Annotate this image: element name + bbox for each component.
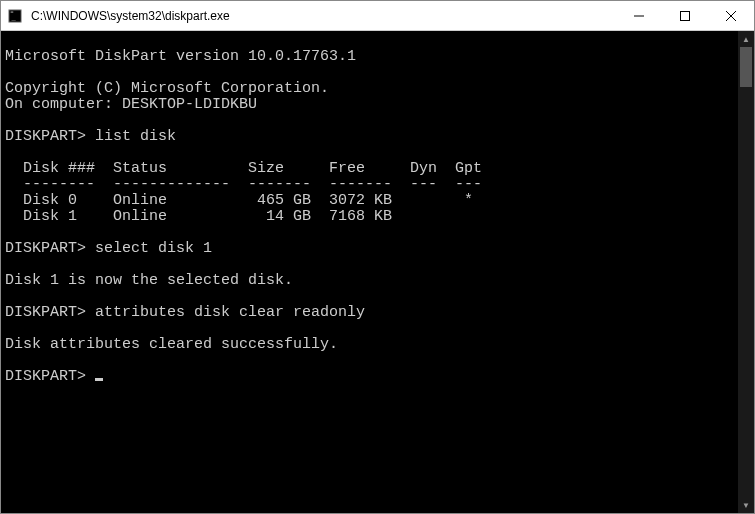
output-line: On computer: DESKTOP-LDIDKBU xyxy=(5,96,257,113)
table-divider: -------- ------------- ------- ------- -… xyxy=(5,176,482,193)
prompt: DISKPART> xyxy=(5,128,86,145)
titlebar[interactable]: _ C:\WINDOWS\system32\diskpart.exe xyxy=(1,1,754,31)
maximize-button[interactable] xyxy=(662,1,708,30)
command: select disk 1 xyxy=(95,240,212,257)
output-line: Disk attributes cleared successfully. xyxy=(5,336,338,353)
prompt: DISKPART> xyxy=(5,304,86,321)
table-header: Disk ### Status Size Free Dyn Gpt xyxy=(5,160,482,177)
terminal-output[interactable]: Microsoft DiskPart version 10.0.17763.1 … xyxy=(1,31,738,513)
output-line: Copyright (C) Microsoft Corporation. xyxy=(5,80,329,97)
prompt: DISKPART> xyxy=(5,368,86,385)
scroll-up-icon[interactable]: ▲ xyxy=(738,31,754,47)
scrollbar[interactable]: ▲ ▼ xyxy=(738,31,754,513)
window-controls xyxy=(616,1,754,30)
output-line: Microsoft DiskPart version 10.0.17763.1 xyxy=(5,48,356,65)
close-button[interactable] xyxy=(708,1,754,30)
output-line: Disk 1 is now the selected disk. xyxy=(5,272,293,289)
table-row: Disk 1 Online 14 GB 7168 KB xyxy=(5,208,392,225)
cursor xyxy=(95,378,103,381)
scroll-down-icon[interactable]: ▼ xyxy=(738,497,754,513)
app-icon: _ xyxy=(1,1,29,31)
window-title: C:\WINDOWS\system32\diskpart.exe xyxy=(29,9,616,23)
minimize-button[interactable] xyxy=(616,1,662,30)
command: list disk xyxy=(95,128,176,145)
table-row: Disk 0 Online 465 GB 3072 KB * xyxy=(5,192,473,209)
svg-rect-4 xyxy=(681,11,690,20)
command: attributes disk clear readonly xyxy=(95,304,365,321)
scrollbar-thumb[interactable] xyxy=(740,47,752,87)
terminal[interactable]: Microsoft DiskPart version 10.0.17763.1 … xyxy=(1,31,754,513)
prompt: DISKPART> xyxy=(5,240,86,257)
